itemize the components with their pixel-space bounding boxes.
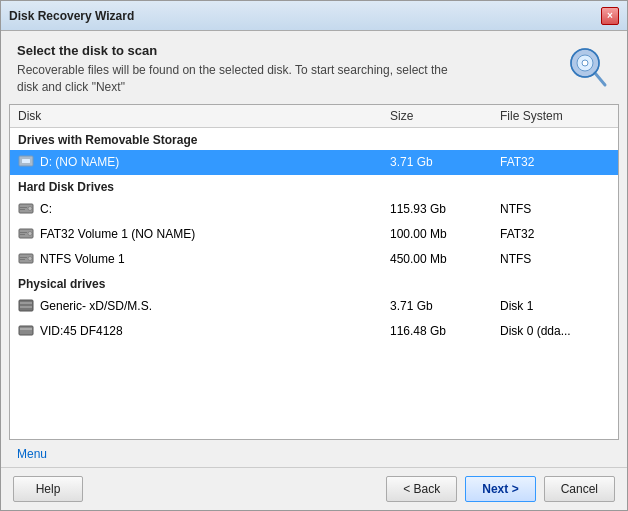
- svg-point-12: [28, 231, 32, 235]
- disk-label: D: (NO NAME): [40, 155, 119, 169]
- svg-rect-9: [20, 207, 27, 208]
- title-bar: Disk Recovery Wizard ×: [1, 1, 627, 31]
- svg-rect-19: [19, 300, 33, 311]
- svg-point-8: [28, 206, 32, 210]
- disk-list-area: Disk Size File System Drives with Remova…: [9, 104, 619, 440]
- footer-menu: Menu: [1, 440, 627, 467]
- table-row[interactable]: FAT32 Volume 1 (NO NAME) 100.00 Mb FAT32: [10, 222, 618, 247]
- table-header: Disk Size File System: [10, 105, 618, 128]
- col-fs: File System: [500, 109, 610, 123]
- disk-fs: NTFS: [500, 202, 610, 216]
- disk-icon: [18, 225, 34, 244]
- disk-label: C:: [40, 202, 52, 216]
- disk-fs: Disk 1: [500, 299, 610, 313]
- col-disk: Disk: [18, 109, 390, 123]
- svg-rect-22: [19, 326, 33, 335]
- disk-name: Generic- xD/SD/M.S.: [18, 297, 390, 316]
- disk-icon: [18, 200, 34, 219]
- cancel-button[interactable]: Cancel: [544, 476, 615, 502]
- table-body: Drives with Removable Storage D: (NO NAM…: [10, 128, 618, 439]
- disk-size: 100.00 Mb: [390, 227, 500, 241]
- disk-fs: NTFS: [500, 252, 610, 266]
- svg-rect-17: [20, 257, 27, 258]
- disk-name: FAT32 Volume 1 (NO NAME): [18, 225, 390, 244]
- disk-size: 116.48 Gb: [390, 324, 500, 338]
- disk-label: NTFS Volume 1: [40, 252, 125, 266]
- svg-rect-20: [20, 302, 32, 304]
- back-button[interactable]: < Back: [386, 476, 457, 502]
- table-row[interactable]: D: (NO NAME) 3.71 Gb FAT32: [10, 150, 618, 175]
- disk-size: 3.71 Gb: [390, 299, 500, 313]
- disk-name: D: (NO NAME): [18, 153, 390, 172]
- disk-fs: FAT32: [500, 155, 610, 169]
- disk-icon: [18, 153, 34, 172]
- table-row[interactable]: VID:45 DF4128 116.48 Gb Disk 0 (dda...: [10, 319, 618, 344]
- disk-icon: [18, 250, 34, 269]
- header-title: Select the disk to scan: [17, 43, 467, 58]
- disk-name: NTFS Volume 1: [18, 250, 390, 269]
- svg-rect-18: [20, 259, 25, 260]
- disk-label: VID:45 DF4128: [40, 324, 123, 338]
- button-bar: Help < Back Next > Cancel: [1, 467, 627, 510]
- disk-icon: [18, 322, 34, 341]
- svg-line-3: [595, 73, 605, 85]
- disk-fs: FAT32: [500, 227, 610, 241]
- menu-link[interactable]: Menu: [17, 447, 47, 461]
- disk-size: 115.93 Gb: [390, 202, 500, 216]
- close-button[interactable]: ×: [601, 7, 619, 25]
- help-button[interactable]: Help: [13, 476, 83, 502]
- svg-rect-10: [20, 209, 25, 210]
- disk-name: VID:45 DF4128: [18, 322, 390, 341]
- header-text: Select the disk to scan Recoverable file…: [17, 43, 467, 96]
- svg-rect-6: [22, 159, 30, 163]
- group-label: Hard Disk Drives: [10, 175, 618, 197]
- group-label: Physical drives: [10, 272, 618, 294]
- header-description: Recoverable files will be found on the s…: [17, 62, 467, 96]
- svg-rect-23: [20, 328, 32, 330]
- svg-point-2: [582, 60, 588, 66]
- svg-point-16: [28, 256, 32, 260]
- disk-size: 450.00 Mb: [390, 252, 500, 266]
- table-row[interactable]: Generic- xD/SD/M.S. 3.71 Gb Disk 1: [10, 294, 618, 319]
- disk-icon: [18, 297, 34, 316]
- col-size: Size: [390, 109, 500, 123]
- group-label: Drives with Removable Storage: [10, 128, 618, 150]
- svg-rect-13: [20, 232, 27, 233]
- table-row[interactable]: C: 115.93 Gb NTFS: [10, 197, 618, 222]
- svg-rect-21: [20, 306, 32, 308]
- header-section: Select the disk to scan Recoverable file…: [1, 31, 627, 104]
- next-button[interactable]: Next >: [465, 476, 535, 502]
- disk-name: C:: [18, 200, 390, 219]
- disk-label: FAT32 Volume 1 (NO NAME): [40, 227, 195, 241]
- disk-size: 3.71 Gb: [390, 155, 500, 169]
- window-title: Disk Recovery Wizard: [9, 9, 134, 23]
- main-window: Disk Recovery Wizard × Select the disk t…: [0, 0, 628, 511]
- wizard-icon: [563, 43, 611, 91]
- table-row[interactable]: NTFS Volume 1 450.00 Mb NTFS: [10, 247, 618, 272]
- nav-buttons: < Back Next > Cancel: [386, 476, 615, 502]
- disk-fs: Disk 0 (dda...: [500, 324, 610, 338]
- disk-label: Generic- xD/SD/M.S.: [40, 299, 152, 313]
- svg-rect-14: [20, 234, 25, 235]
